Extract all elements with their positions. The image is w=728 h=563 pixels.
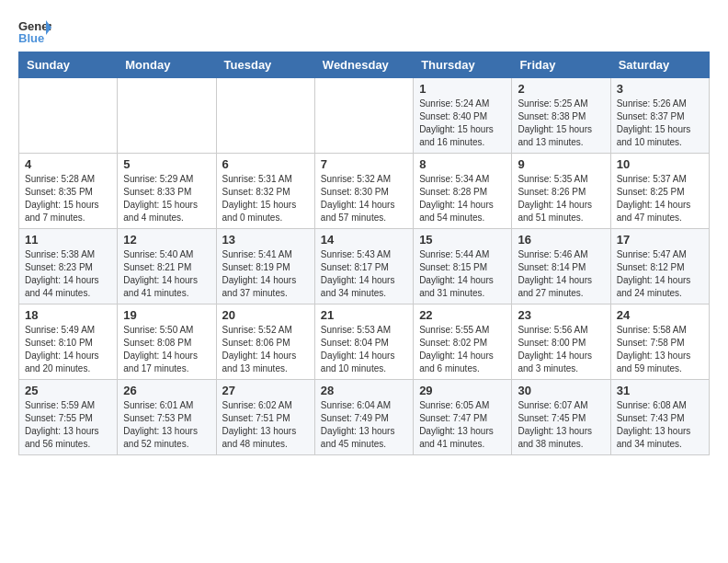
day-info: Sunrise: 5:41 AM Sunset: 8:19 PM Dayligh… (222, 248, 309, 300)
calendar-week-2: 4Sunrise: 5:28 AM Sunset: 8:35 PM Daylig… (19, 154, 710, 229)
day-info: Sunrise: 5:53 AM Sunset: 8:04 PM Dayligh… (321, 324, 407, 375)
logo: General Blue (18, 18, 51, 44)
day-info: Sunrise: 5:32 AM Sunset: 8:30 PM Dayligh… (321, 173, 407, 224)
calendar-week-4: 18Sunrise: 5:49 AM Sunset: 8:10 PM Dayli… (19, 304, 710, 380)
calendar-cell: 9Sunrise: 5:35 AM Sunset: 8:26 PM Daylig… (512, 154, 610, 229)
day-number: 10 (617, 157, 703, 171)
calendar-cell: 26Sunrise: 6:01 AM Sunset: 7:53 PM Dayli… (118, 380, 216, 455)
calendar-table: SundayMondayTuesdayWednesdayThursdayFrid… (18, 52, 710, 455)
day-info: Sunrise: 5:56 AM Sunset: 8:00 PM Dayligh… (518, 324, 604, 375)
calendar-cell: 8Sunrise: 5:34 AM Sunset: 8:28 PM Daylig… (414, 154, 512, 229)
day-number: 19 (123, 308, 210, 322)
day-number: 3 (617, 82, 703, 96)
weekday-header-sunday: Sunday (19, 52, 118, 78)
day-number: 17 (617, 233, 703, 247)
day-number: 20 (222, 308, 309, 322)
day-info: Sunrise: 5:47 AM Sunset: 8:12 PM Dayligh… (617, 248, 703, 300)
day-number: 25 (25, 384, 111, 397)
calendar-cell: 21Sunrise: 5:53 AM Sunset: 8:04 PM Dayli… (314, 304, 413, 380)
calendar-body: 1Sunrise: 5:24 AM Sunset: 8:40 PM Daylig… (19, 78, 710, 455)
day-number: 5 (123, 157, 210, 171)
calendar-cell: 3Sunrise: 5:26 AM Sunset: 8:37 PM Daylig… (610, 78, 709, 154)
calendar-cell: 12Sunrise: 5:40 AM Sunset: 8:21 PM Dayli… (118, 229, 216, 304)
day-number: 4 (25, 157, 111, 171)
day-info: Sunrise: 5:59 AM Sunset: 7:55 PM Dayligh… (25, 399, 111, 451)
svg-text:Blue: Blue (18, 31, 44, 44)
day-number: 8 (419, 157, 506, 171)
day-number: 18 (25, 308, 111, 322)
calendar-cell: 15Sunrise: 5:44 AM Sunset: 8:15 PM Dayli… (414, 229, 512, 304)
calendar-cell: 19Sunrise: 5:50 AM Sunset: 8:08 PM Dayli… (118, 304, 216, 380)
day-info: Sunrise: 5:34 AM Sunset: 8:28 PM Dayligh… (419, 173, 506, 224)
calendar-cell: 31Sunrise: 6:08 AM Sunset: 7:43 PM Dayli… (610, 380, 709, 455)
day-info: Sunrise: 5:44 AM Sunset: 8:15 PM Dayligh… (419, 248, 506, 300)
day-info: Sunrise: 6:07 AM Sunset: 7:45 PM Dayligh… (518, 399, 604, 451)
day-info: Sunrise: 5:28 AM Sunset: 8:35 PM Dayligh… (25, 173, 111, 224)
calendar-cell: 10Sunrise: 5:37 AM Sunset: 8:25 PM Dayli… (610, 154, 709, 229)
calendar-week-5: 25Sunrise: 5:59 AM Sunset: 7:55 PM Dayli… (19, 380, 710, 455)
calendar-cell: 17Sunrise: 5:47 AM Sunset: 8:12 PM Dayli… (610, 229, 709, 304)
day-number: 14 (321, 233, 407, 247)
day-number: 29 (419, 384, 506, 397)
day-number: 22 (419, 308, 506, 322)
day-info: Sunrise: 5:46 AM Sunset: 8:14 PM Dayligh… (518, 248, 604, 300)
day-number: 11 (25, 233, 111, 247)
day-info: Sunrise: 5:40 AM Sunset: 8:21 PM Dayligh… (123, 248, 210, 300)
calendar-cell: 25Sunrise: 5:59 AM Sunset: 7:55 PM Dayli… (19, 380, 118, 455)
calendar-cell (314, 78, 413, 154)
day-info: Sunrise: 5:58 AM Sunset: 7:58 PM Dayligh… (617, 324, 703, 375)
day-number: 23 (518, 308, 604, 322)
weekday-header-tuesday: Tuesday (216, 52, 314, 78)
day-info: Sunrise: 5:52 AM Sunset: 8:06 PM Dayligh… (222, 324, 309, 375)
calendar-week-1: 1Sunrise: 5:24 AM Sunset: 8:40 PM Daylig… (19, 78, 710, 154)
calendar-cell: 7Sunrise: 5:32 AM Sunset: 8:30 PM Daylig… (314, 154, 413, 229)
calendar-cell: 16Sunrise: 5:46 AM Sunset: 8:14 PM Dayli… (512, 229, 610, 304)
calendar-cell: 1Sunrise: 5:24 AM Sunset: 8:40 PM Daylig… (414, 78, 512, 154)
day-number: 21 (321, 308, 407, 322)
weekday-header-row: SundayMondayTuesdayWednesdayThursdayFrid… (19, 52, 710, 78)
day-number: 24 (617, 308, 703, 322)
calendar-cell: 22Sunrise: 5:55 AM Sunset: 8:02 PM Dayli… (414, 304, 512, 380)
day-number: 1 (419, 82, 506, 96)
day-number: 9 (518, 157, 604, 171)
calendar-cell (216, 78, 314, 154)
logo-icon: General Blue (18, 18, 51, 44)
calendar-cell (19, 78, 118, 154)
calendar-cell: 30Sunrise: 6:07 AM Sunset: 7:45 PM Dayli… (512, 380, 610, 455)
day-number: 28 (321, 384, 407, 397)
page-header: General Blue (18, 18, 710, 44)
weekday-header-wednesday: Wednesday (314, 52, 413, 78)
day-info: Sunrise: 6:01 AM Sunset: 7:53 PM Dayligh… (123, 399, 210, 451)
day-number: 16 (518, 233, 604, 247)
day-number: 12 (123, 233, 210, 247)
day-info: Sunrise: 5:37 AM Sunset: 8:25 PM Dayligh… (617, 173, 703, 224)
calendar-cell: 4Sunrise: 5:28 AM Sunset: 8:35 PM Daylig… (19, 154, 118, 229)
weekday-header-thursday: Thursday (414, 52, 512, 78)
day-info: Sunrise: 5:26 AM Sunset: 8:37 PM Dayligh… (617, 98, 703, 149)
day-info: Sunrise: 6:05 AM Sunset: 7:47 PM Dayligh… (419, 399, 506, 451)
calendar-cell: 6Sunrise: 5:31 AM Sunset: 8:32 PM Daylig… (216, 154, 314, 229)
day-info: Sunrise: 6:08 AM Sunset: 7:43 PM Dayligh… (617, 399, 703, 451)
day-info: Sunrise: 6:02 AM Sunset: 7:51 PM Dayligh… (222, 399, 309, 451)
day-number: 2 (518, 82, 604, 96)
calendar-cell: 28Sunrise: 6:04 AM Sunset: 7:49 PM Dayli… (314, 380, 413, 455)
day-info: Sunrise: 5:29 AM Sunset: 8:33 PM Dayligh… (123, 173, 210, 224)
day-number: 26 (123, 384, 210, 397)
day-number: 13 (222, 233, 309, 247)
day-info: Sunrise: 5:43 AM Sunset: 8:17 PM Dayligh… (321, 248, 407, 300)
calendar-cell: 23Sunrise: 5:56 AM Sunset: 8:00 PM Dayli… (512, 304, 610, 380)
calendar-cell: 5Sunrise: 5:29 AM Sunset: 8:33 PM Daylig… (118, 154, 216, 229)
weekday-header-saturday: Saturday (610, 52, 709, 78)
day-info: Sunrise: 5:31 AM Sunset: 8:32 PM Dayligh… (222, 173, 309, 224)
calendar-cell: 20Sunrise: 5:52 AM Sunset: 8:06 PM Dayli… (216, 304, 314, 380)
day-info: Sunrise: 5:38 AM Sunset: 8:23 PM Dayligh… (25, 248, 111, 300)
day-number: 27 (222, 384, 309, 397)
calendar-cell: 13Sunrise: 5:41 AM Sunset: 8:19 PM Dayli… (216, 229, 314, 304)
calendar-week-3: 11Sunrise: 5:38 AM Sunset: 8:23 PM Dayli… (19, 229, 710, 304)
calendar-cell: 14Sunrise: 5:43 AM Sunset: 8:17 PM Dayli… (314, 229, 413, 304)
calendar-cell: 11Sunrise: 5:38 AM Sunset: 8:23 PM Dayli… (19, 229, 118, 304)
weekday-header-friday: Friday (512, 52, 610, 78)
day-info: Sunrise: 6:04 AM Sunset: 7:49 PM Dayligh… (321, 399, 407, 451)
day-info: Sunrise: 5:24 AM Sunset: 8:40 PM Dayligh… (419, 98, 506, 149)
day-number: 30 (518, 384, 604, 397)
